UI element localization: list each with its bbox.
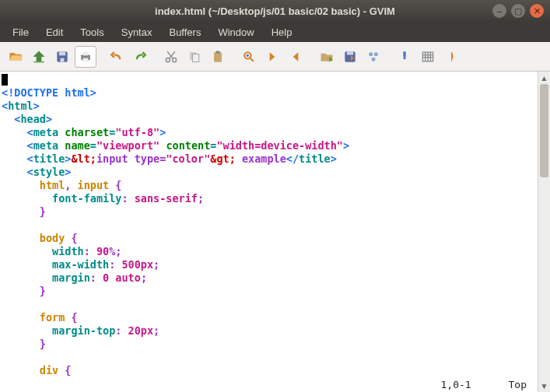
menu-help[interactable]: Help xyxy=(264,23,300,41)
redo-icon[interactable] xyxy=(129,46,151,68)
menu-syntax[interactable]: Syntax xyxy=(114,23,160,41)
menu-file[interactable]: File xyxy=(5,23,37,41)
cut-icon[interactable] xyxy=(160,46,182,68)
window-title: index.html (~/Desktop/js/01 basic/02 bas… xyxy=(6,5,544,17)
menu-buffers[interactable]: Buffers xyxy=(161,23,208,41)
load-session-icon[interactable] xyxy=(316,46,338,68)
menu-tools[interactable]: Tools xyxy=(72,23,111,41)
vertical-scrollbar[interactable]: ▲ ▼ xyxy=(538,72,550,392)
minimize-button[interactable]: – xyxy=(492,4,506,18)
run-script-icon[interactable] xyxy=(363,46,384,68)
close-button[interactable]: ✕ xyxy=(530,4,544,18)
shell-icon[interactable] xyxy=(417,46,439,68)
svg-rect-10 xyxy=(193,54,199,61)
find-replace-icon[interactable] xyxy=(238,46,260,68)
svg-rect-0 xyxy=(33,61,44,62)
svg-rect-12 xyxy=(216,51,220,53)
svg-point-18 xyxy=(374,52,378,56)
svg-rect-11 xyxy=(214,52,222,62)
editor-area: <!DOCTYPE html> <html> <head> <meta char… xyxy=(0,72,550,392)
scroll-up-arrow[interactable]: ▲ xyxy=(538,72,550,84)
cursor-position: 1,0-1 xyxy=(441,379,471,390)
find-next-icon[interactable] xyxy=(261,46,283,68)
status-line: 1,0-1 Top xyxy=(405,377,531,392)
window-titlebar: index.html (~/Desktop/js/01 basic/02 bas… xyxy=(0,0,550,22)
svg-rect-2 xyxy=(59,51,65,55)
paste-icon[interactable] xyxy=(207,46,229,68)
scroll-thumb[interactable] xyxy=(540,84,548,177)
scroll-down-arrow[interactable]: ▼ xyxy=(538,380,550,392)
window-controls: – ▢ ✕ xyxy=(492,4,544,18)
svg-rect-20 xyxy=(403,51,405,57)
svg-rect-3 xyxy=(61,58,65,61)
menu-edit[interactable]: Edit xyxy=(38,23,71,41)
code-editor[interactable]: <!DOCTYPE html> <html> <head> <meta char… xyxy=(0,72,538,392)
svg-point-19 xyxy=(372,57,376,61)
save-icon[interactable] xyxy=(28,46,50,68)
tag-jump-icon[interactable] xyxy=(440,46,462,68)
print-icon[interactable] xyxy=(75,46,96,68)
svg-rect-5 xyxy=(83,51,89,55)
make-icon[interactable] xyxy=(394,46,415,68)
svg-point-14 xyxy=(247,54,249,56)
svg-point-17 xyxy=(369,52,373,56)
menubar: FileEditToolsSyntaxBuffersWindowHelp xyxy=(0,22,550,42)
maximize-button[interactable]: ▢ xyxy=(511,4,525,18)
save-all-icon[interactable] xyxy=(51,46,73,68)
scroll-position: Top xyxy=(509,379,527,390)
find-prev-icon[interactable] xyxy=(285,46,307,68)
undo-icon[interactable] xyxy=(106,46,128,68)
copy-icon[interactable] xyxy=(184,46,205,68)
open-icon[interactable] xyxy=(5,46,26,68)
save-session-icon[interactable] xyxy=(339,46,361,68)
svg-point-21 xyxy=(403,57,405,59)
menu-window[interactable]: Window xyxy=(210,23,261,41)
toolbar xyxy=(0,42,550,72)
svg-rect-6 xyxy=(83,58,89,61)
svg-rect-16 xyxy=(347,51,353,54)
